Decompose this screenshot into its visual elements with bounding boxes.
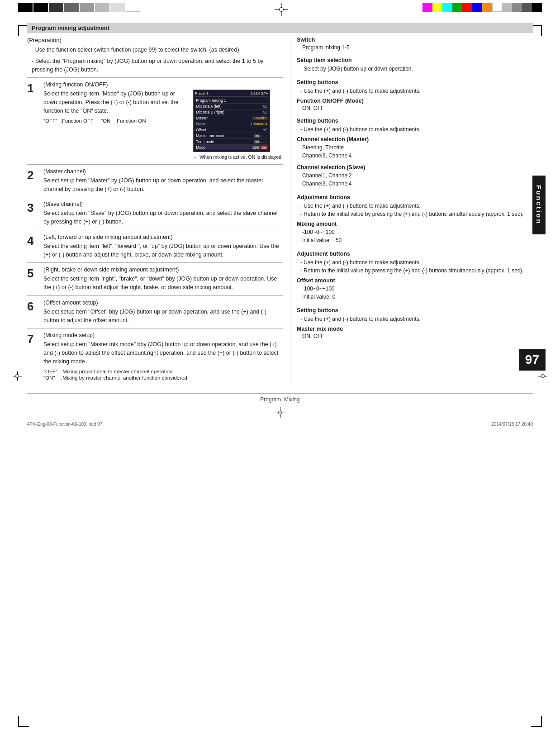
reg-box-white <box>126 3 140 12</box>
setting-buttons-bullet2: - Use the (+) and (-) buttons to make ad… <box>297 125 533 133</box>
bullet-item-1: - Use the function select switch functio… <box>32 46 283 54</box>
step-6-content: (Offset amount setup) Select setup item … <box>43 300 283 325</box>
step-5-title: (Right, brake or down side mixing amount… <box>43 267 283 273</box>
corner-bl <box>18 716 29 727</box>
step-3: 3 (Slave channel) Select setup item "Sla… <box>27 197 283 226</box>
step-7: 7 (Mixing mode setup) Select setup item … <box>27 328 283 380</box>
step-6: 6 (Offset amount setup) Select setup ite… <box>27 295 283 325</box>
adj-bullet2: - Return to the initial value by pressin… <box>300 210 533 218</box>
setting-buttons-title1: Setting buttons <box>297 79 533 86</box>
step-5: 5 (Right, brake or down side mixing amou… <box>27 262 283 292</box>
swatch-white <box>492 3 502 12</box>
step-4-number: 4 <box>27 235 41 247</box>
screen-row-2: Mix rate A (left)+50 <box>195 104 268 109</box>
step-1-content: (Mixing function ON/OFF) Select the sett… <box>43 81 283 161</box>
step-5-content: (Right, brake or down side mixing amount… <box>43 267 283 292</box>
setting-buttons-title3: Setting buttons <box>297 307 533 314</box>
step-7-on-label: "ON" <box>43 375 57 381</box>
screen-header: Preset 1 14:34 5.7V <box>195 91 268 97</box>
step-1: 1 (Mixing function ON/OFF) Select the se… <box>27 77 283 161</box>
screen-area: Preset 1 14:34 5.7V Program mixing 1 Mix… <box>193 90 283 161</box>
top-reg-area <box>18 0 542 18</box>
step-5-number: 5 <box>27 267 41 279</box>
setting-buttons-bullet3: - Use the (+) and (-) buttons to make ad… <box>297 315 533 323</box>
step-5-inner: 5 (Right, brake or down side mixing amou… <box>27 267 283 292</box>
screen-row-8: Trim mode ON OFF <box>195 139 268 145</box>
screen-note-area: ← When mixing is active, ON is displayed… <box>193 154 283 161</box>
corner-br <box>531 716 542 727</box>
screen-mockup: Preset 1 14:34 5.7V Program mixing 1 Mix… <box>193 90 270 152</box>
step-5-body: Select the setting item "right", "brake"… <box>43 275 283 292</box>
reg-box-dark1 <box>49 3 63 12</box>
step-4-inner: 4 (Left, forward or up side mixing amoun… <box>27 234 283 259</box>
step-3-inner: 3 (Slave channel) Select setup item "Sla… <box>27 201 283 226</box>
setup-title: Setup item selection <box>297 57 533 63</box>
offset-title: Offset amount <box>297 277 533 284</box>
screen-row-5: SlaveChannel4 <box>195 121 268 127</box>
step-1-inner: 1 (Mixing function ON/OFF) Select the se… <box>27 81 283 161</box>
step-7-body: Select setup item "Master mix mode" bby … <box>43 340 283 366</box>
screen-row-7: Master mix mode ON OFF <box>195 133 268 139</box>
step-1-text: Select the setting item "Mode" by (JOG) … <box>43 90 189 161</box>
reg-box-gray3 <box>110 3 125 12</box>
right-channel-slave: Channel selection (Slave) Channel1, Chan… <box>297 164 533 188</box>
right-column: Switch Program mixing 1-5 Setup item sel… <box>290 37 533 384</box>
bullet-item-2: - Select the "Program mixing" by (JOG) b… <box>32 57 283 74</box>
setting-buttons-bullet1: - Use the (+) and (-) buttons to make ad… <box>297 87 533 95</box>
right-master-mix: Master mix mode ON, OFF <box>297 326 533 339</box>
step-2: 2 (Master channel) Select setup item "Ma… <box>27 164 283 194</box>
step-6-number: 6 <box>27 300 41 312</box>
crosshair-left <box>13 371 22 381</box>
mixing-amount-body: -100~0~+100 Initial value: +50 <box>297 228 533 244</box>
step-6-inner: 6 (Offset amount setup) Select setup ite… <box>27 300 283 325</box>
preparation-label: (Preparation) <box>27 37 283 43</box>
swatch-darkgray <box>522 3 532 12</box>
right-channel-master: Channel selection (Master) Steering, Thr… <box>297 136 533 160</box>
reg-boxes-left <box>18 3 140 12</box>
step-7-title: (Mixing mode setup) <box>43 332 283 338</box>
step-4-body: Select the setting item "left", "forward… <box>43 242 283 259</box>
channel-slave-title: Channel selection (Slave) <box>297 164 533 171</box>
channel-master-title: Channel selection (Master) <box>297 136 533 143</box>
function-onoff-title: Function ON/OFF (Mode) <box>297 98 533 104</box>
step-6-body: Select setup item "Offset" bby (JOG) but… <box>43 308 283 325</box>
step-1-title: (Mixing function ON/OFF) <box>43 81 283 88</box>
setting-buttons-title2: Setting buttons <box>297 118 533 124</box>
screen-note: When mixing is active, ON is displayed. <box>199 154 283 161</box>
step-1-body-area: Select the setting item "Mode" by (JOG) … <box>43 90 283 161</box>
step-2-body: Select setup item "Master" by (JOG) butt… <box>43 176 283 194</box>
screen-row-9: Mode OFF ON <box>195 145 268 150</box>
step-4-content: (Left, forward or up side mixing amount … <box>43 234 283 259</box>
footer-right-text: 2014/07/18 17:20:40 <box>491 422 533 427</box>
left-column: (Preparation) - Use the function select … <box>27 37 283 384</box>
right-offset-section: Offset amount -100~0~+100 Initial value:… <box>297 277 533 301</box>
mixing-amount-title: Mixing amount <box>297 221 533 227</box>
adj-bullets1: - Use the (+) and (-) buttons to make ad… <box>297 202 533 218</box>
swatch-orange <box>482 3 492 12</box>
swatch-yellow <box>432 3 442 12</box>
reg-box-black2 <box>33 3 48 12</box>
function-tab: Function <box>532 176 546 234</box>
footer-left-text: 4PX-Eng-08-Function-66-103.indd 97 <box>27 422 102 427</box>
step-1-on: "ON" :Function ON <box>101 118 146 124</box>
step-7-number: 7 <box>27 333 41 345</box>
right-setting1-section: Setting buttons - Use the (+) and (-) bu… <box>297 79 533 95</box>
step-3-title: (Slave channel) <box>43 201 283 207</box>
very-bottom: 4PX-Eng-08-Function-66-103.indd 97 2014/… <box>0 420 560 428</box>
step-2-inner: 2 (Master channel) Select setup item "Ma… <box>27 168 283 194</box>
step-3-number: 3 <box>27 202 41 214</box>
screen-row-1: Program mixing 1 <box>195 98 268 104</box>
step-2-content: (Master channel) Select setup item "Mast… <box>43 168 283 194</box>
step-1-off: "OFF" :Function OFF <box>43 118 94 124</box>
adj-bullet4: - Return to the initial value by pressin… <box>300 267 533 275</box>
page-wrapper: Program mixing adjustment (Preparation) … <box>27 18 533 384</box>
step-1-body: Select the setting item "Mode" by (JOG) … <box>43 90 189 115</box>
step-2-title: (Master channel) <box>43 168 283 175</box>
swatch-blue <box>472 3 482 12</box>
swatch-midgray <box>512 3 522 12</box>
switch-body: Program mixing 1-5 <box>297 44 533 51</box>
switch-title: Switch <box>297 37 533 43</box>
adj-bullet1: - Use the (+) and (-) buttons to make ad… <box>300 202 533 210</box>
swatch-green <box>452 3 462 12</box>
master-mix-body: ON, OFF <box>297 333 533 339</box>
